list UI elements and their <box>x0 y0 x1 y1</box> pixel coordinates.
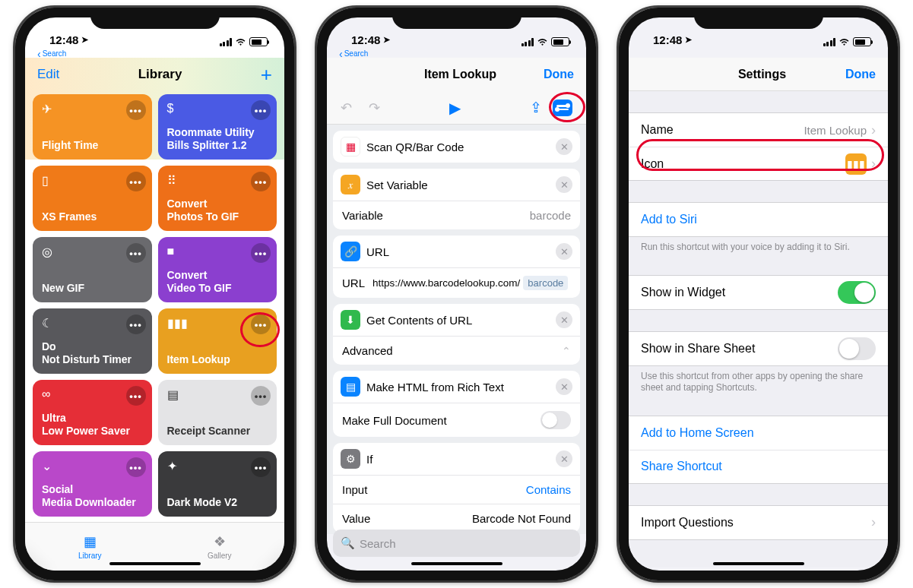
delete-action-button[interactable]: ✕ <box>556 450 572 467</box>
battery-icon <box>249 37 268 46</box>
location-icon: ➤ <box>383 35 390 45</box>
page-title: Settings <box>738 68 786 81</box>
tile-more-button[interactable]: ••• <box>251 243 271 263</box>
widget-toggle[interactable] <box>838 281 876 304</box>
full-document-toggle[interactable] <box>541 411 571 429</box>
share-sheet-toggle[interactable] <box>838 337 876 360</box>
shortcut-tile[interactable]: ••• ∞ UltraLow Power Saver <box>33 380 152 445</box>
shortcut-tile[interactable]: ••• ▯ XS Frames <box>33 166 152 231</box>
shortcut-tile[interactable]: ••• ▤ Receipt Scanner <box>158 380 277 445</box>
url-value[interactable]: https://www.barcodelookup.com/ <box>372 277 520 289</box>
variable-value[interactable]: barcode <box>530 209 571 222</box>
delete-action-button[interactable]: ✕ <box>556 378 572 395</box>
tile-more-button[interactable]: ••• <box>251 172 271 191</box>
shortcut-tile[interactable]: ••• ☾ DoNot Disturb Timer <box>33 308 152 374</box>
back-to-search[interactable]: Search <box>327 48 586 58</box>
library-icon: ▦ <box>84 533 97 550</box>
edit-button[interactable]: Edit <box>37 67 59 82</box>
done-button[interactable]: Done <box>845 68 876 81</box>
tile-more-button[interactable]: ••• <box>126 100 146 120</box>
action-get-contents[interactable]: ⬇Get Contents of URL✕ Advanced⌃ <box>333 304 580 365</box>
if-input-value[interactable]: Contains <box>526 483 571 496</box>
annotation-circle <box>240 312 280 347</box>
qr-icon: ▦ <box>341 137 360 156</box>
tile-more-button[interactable]: ••• <box>126 243 146 263</box>
wifi-icon <box>235 38 246 46</box>
tile-label: Receipt Scanner <box>167 425 268 438</box>
tile-more-button[interactable]: ••• <box>251 457 271 477</box>
phone-library: 12:48➤ Search Edit Library + ••• ✈ Fligh… <box>15 8 294 580</box>
shortcut-tile[interactable]: ••• ⠿ ConvertPhotos To GIF <box>158 166 277 231</box>
done-button[interactable]: Done <box>544 68 574 81</box>
share-shortcut-row[interactable]: Share Shortcut <box>629 450 888 483</box>
action-set-variable[interactable]: 𝑥Set Variable✕ Variablebarcode <box>333 169 580 229</box>
shortcut-tile[interactable]: ••• ✈ Flight Time <box>33 94 152 160</box>
undo-button[interactable]: ↶ <box>341 100 352 116</box>
tile-more-button[interactable]: ••• <box>126 386 146 406</box>
siri-footer: Run this shortcut with your voice by add… <box>629 237 888 254</box>
shortcut-tile[interactable]: ••• ■ ConvertVideo To GIF <box>158 237 277 302</box>
search-input[interactable]: 🔍Search <box>333 530 580 557</box>
tile-label: Flight Time <box>42 139 143 152</box>
action-url[interactable]: 🔗URL✕ URLhttps://www.barcodelookup.com/b… <box>333 236 580 298</box>
url-token[interactable]: barcode <box>523 276 568 290</box>
tile-more-button[interactable]: ••• <box>251 100 271 120</box>
clock: 12:48 <box>49 33 78 46</box>
delete-action-button[interactable]: ✕ <box>556 176 572 193</box>
gear-icon: ⚙ <box>341 449 360 469</box>
chevron-right-icon: › <box>871 514 876 530</box>
clock: 12:48 <box>653 33 682 46</box>
home-indicator[interactable] <box>411 562 502 565</box>
add-to-siri-row[interactable]: Add to Siri <box>629 203 888 236</box>
annotation-circle <box>549 92 585 122</box>
tile-more-button[interactable]: ••• <box>251 386 271 406</box>
shortcut-tile[interactable]: ••• ◎ New GIF <box>33 237 152 302</box>
link-icon: 🔗 <box>341 242 360 261</box>
search-icon: 🔍 <box>341 536 355 550</box>
tile-label: Item Lookup <box>167 353 268 366</box>
cellular-icon <box>823 38 836 46</box>
tile-more-button[interactable]: ••• <box>126 457 146 477</box>
home-indicator[interactable] <box>109 562 201 565</box>
redo-button[interactable]: ↷ <box>369 100 380 116</box>
advanced-row[interactable]: Advanced⌃ <box>333 336 580 365</box>
chevron-up-icon: ⌃ <box>562 345 571 357</box>
home-indicator[interactable] <box>713 562 804 565</box>
add-to-home-screen-row[interactable]: Add to Home Screen <box>629 416 888 450</box>
if-value[interactable]: Barcode Not Found <box>472 512 571 525</box>
add-button[interactable]: + <box>261 63 272 87</box>
show-in-share-sheet-row[interactable]: Show in Share Sheet <box>629 332 888 365</box>
share-icon[interactable]: ⇪ <box>530 99 542 116</box>
show-in-widget-row[interactable]: Show in Widget <box>629 276 888 309</box>
tile-label: UltraLow Power Saver <box>42 412 143 438</box>
tile-label: Dark Mode V2 <box>167 496 268 509</box>
battery-icon <box>853 37 871 46</box>
wifi-icon <box>537 38 548 46</box>
tile-label: New GIF <box>42 282 143 295</box>
tile-more-button[interactable]: ••• <box>126 172 146 191</box>
phone-settings: 12:48➤ x Settings Done NameItem Lookup› … <box>619 8 898 580</box>
run-button[interactable]: ▶ <box>449 99 461 117</box>
action-make-html[interactable]: ▤Make HTML from Rich Text✕ Make Full Doc… <box>333 371 580 437</box>
action-if[interactable]: ⚙If✕ InputContains ValueBarcode Not Foun… <box>333 443 580 533</box>
wifi-icon <box>839 38 850 46</box>
location-icon: ➤ <box>685 35 692 45</box>
shortcut-tile[interactable]: ••• ✦ Dark Mode V2 <box>158 451 277 517</box>
clock: 12:48 <box>351 33 380 46</box>
tile-label: ConvertPhotos To GIF <box>167 198 268 223</box>
phone-editor: 12:48➤ Search Item Lookup Done ↶ ↷ ▶ ⇪ <box>317 8 596 580</box>
shortcut-tile[interactable]: ••• $ Roommate Utility Bills Splitter 1.… <box>158 94 277 160</box>
delete-action-button[interactable]: ✕ <box>556 138 572 155</box>
chevron-right-icon: › <box>871 122 876 138</box>
tile-more-button[interactable]: ••• <box>126 315 146 334</box>
tile-label: ConvertVideo To GIF <box>167 269 268 295</box>
shortcut-tile[interactable]: ••• ⌄ SocialMedia Downloader <box>33 451 152 517</box>
delete-action-button[interactable]: ✕ <box>556 311 572 328</box>
delete-action-button[interactable]: ✕ <box>556 243 572 260</box>
download-icon: ⬇ <box>341 310 360 330</box>
location-icon: ➤ <box>81 35 88 45</box>
back-to-search[interactable]: Search <box>25 48 284 58</box>
action-scan-qr[interactable]: ▦Scan QR/Bar Code✕ <box>333 131 580 163</box>
import-questions-row[interactable]: Import Questions› <box>629 506 888 539</box>
tile-label: DoNot Disturb Timer <box>42 340 143 366</box>
